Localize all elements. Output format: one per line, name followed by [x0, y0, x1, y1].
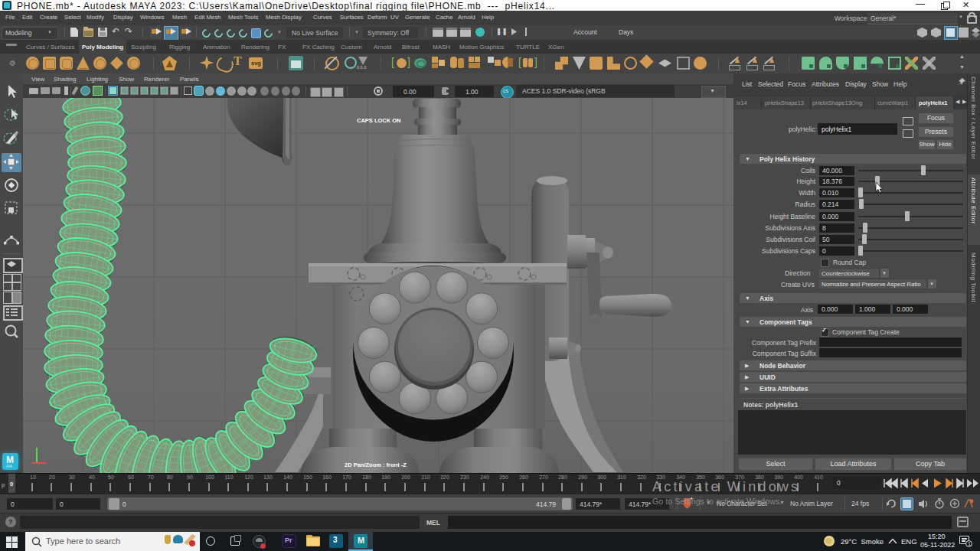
- svg-text:CAPS LOCK ON: CAPS LOCK ON: [357, 117, 401, 124]
- svg-text:2D Pan/Zoom : front -Z: 2D Pan/Zoom : front -Z: [345, 461, 407, 468]
